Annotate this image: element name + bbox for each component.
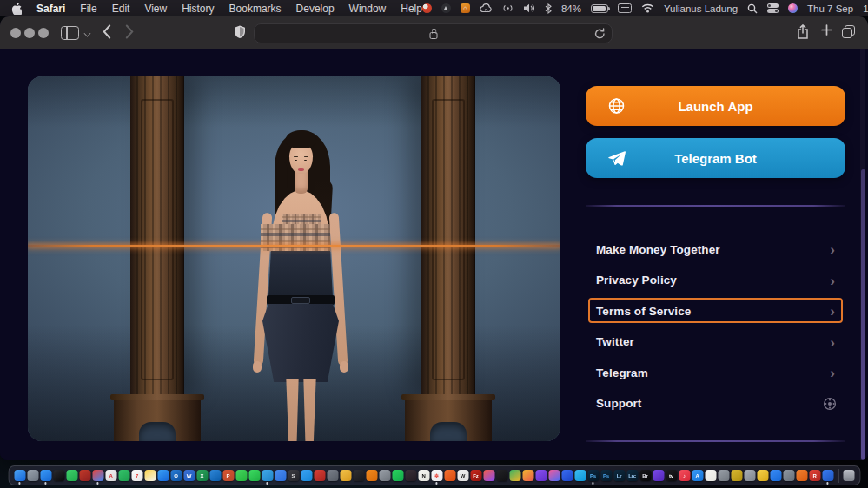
menubar-item-edit[interactable]: Edit [112,3,130,15]
dock-icon-compass-utility[interactable] [379,470,390,481]
dock-icon-system-settings[interactable] [718,470,729,481]
address-bar[interactable] [254,23,613,43]
dock-icon-acrobat[interactable]: A [105,470,116,481]
dock-icon-firefox[interactable] [79,470,90,481]
dock-icon-lamp-app[interactable] [757,470,768,481]
dock-icon-excel[interactable]: X [196,470,208,481]
launch-app-button[interactable]: Launch App [586,86,845,126]
dock-icon-keychain[interactable] [731,470,742,481]
new-tab-icon[interactable] [821,24,832,36]
dock-icon-safari[interactable] [40,470,51,481]
dock-icon-google-photos[interactable] [522,470,533,481]
dock-icon-notion[interactable]: N [418,470,429,481]
input-source-icon[interactable] [618,3,632,13]
dock-icon-blue-app[interactable] [561,470,573,481]
forward-button[interactable] [125,24,134,39]
apple-logo-icon[interactable] [11,3,22,15]
dock-icon-cleanmymac[interactable] [340,470,351,481]
dock-icon-gradient-ball[interactable] [483,470,494,481]
dock-icon-whatsapp[interactable] [248,470,260,481]
dock-icon-lightroom-classic[interactable]: Lrc [626,470,638,481]
user-name[interactable]: Yulianus Ladung [664,3,738,14]
dock-icon-after-effects[interactable] [314,470,325,481]
privacy-shield-icon[interactable] [234,25,246,40]
dock-icon-facetime[interactable] [66,470,77,481]
dock-icon-notes[interactable] [144,470,156,481]
dock-icon-shield-app[interactable] [783,470,794,481]
window-zoom-button[interactable] [38,28,49,38]
dock-icon-rstudio[interactable]: R [809,470,820,481]
menubar-item-file[interactable]: File [80,3,96,15]
scrollbar-thumb[interactable] [861,169,865,460]
window-minimize-button[interactable] [24,28,35,38]
dock-icon-app-store[interactable]: A [692,470,703,481]
bluetooth-icon[interactable] [545,3,552,14]
menu-item-privacy-policy[interactable]: Privacy Policy [586,266,845,295]
dock-icon-twitter[interactable] [301,470,312,481]
tab-overview-icon[interactable] [842,25,856,39]
menubar-item-help[interactable]: Help [401,3,422,15]
dock-icon-docker[interactable] [574,470,586,481]
menu-item-terms-of-service-highlighted[interactable]: Terms of Service [586,296,845,326]
dock-icon-blender[interactable] [796,470,807,481]
dock-icon-calendar[interactable]: 7 [131,470,142,481]
dock-icon-finder[interactable] [14,470,25,481]
dock-icon-filezilla[interactable]: Fz [470,470,481,481]
dock-icon-wikipedia[interactable]: W [457,470,468,481]
sidebar-toggle-icon[interactable] [61,26,79,40]
dock-icon-midi-keyboard[interactable] [353,470,364,481]
share-icon[interactable] [797,24,809,40]
dock-icon-word[interactable]: W [183,470,195,481]
home-app-icon[interactable] [461,3,470,13]
dock-icon-gradient-app[interactable] [548,470,560,481]
dock-icon-earth-app[interactable] [822,470,833,481]
chevron-down-icon[interactable] [84,30,91,37]
dock-icon-purple-logo[interactable] [653,470,664,481]
dock-icon-apple-tv[interactable]: tv [666,470,677,481]
dock-icon-black-app[interactable] [496,470,507,481]
control-center-icon[interactable] [767,3,779,13]
menubar-item-develop[interactable]: Develop [296,3,335,15]
dock-icon-grid-utility[interactable] [744,470,755,481]
back-button[interactable] [103,24,111,39]
dock-icon-evernote[interactable] [118,470,129,481]
window-close-button[interactable] [10,28,21,38]
record-badge-icon[interactable] [422,3,432,13]
dock-icon-powerpoint[interactable]: P [222,470,234,481]
hotspot-icon[interactable] [502,3,514,13]
menubar-item-view[interactable]: View [144,3,167,15]
dock-icon-music-dark[interactable] [405,470,416,481]
menu-item-telegram[interactable]: Telegram [586,358,845,387]
reload-icon[interactable] [594,28,606,40]
dock-icon-vlc[interactable] [366,470,377,481]
dock-icon-slack-dark[interactable]: S [288,470,299,481]
menubar-item-window[interactable]: Window [349,3,387,15]
menu-bar-date[interactable]: Thu 7 Sep [807,3,853,14]
menu-item-make-money-together[interactable]: Make Money Together [586,234,845,264]
dock-icon-bridge[interactable]: Br [639,470,651,481]
menu-item-support[interactable]: Support [586,389,845,419]
menu-item-twitter[interactable]: Twitter [586,327,845,357]
search-icon[interactable] [747,3,758,14]
dock-icon-mail[interactable] [157,470,169,481]
volume-icon[interactable] [523,3,535,13]
dock-icon-outlook[interactable]: O [170,470,182,481]
dock-icon-tiktok[interactable] [53,470,64,481]
dock-icon-google-drive[interactable] [509,470,520,481]
dock-icon-trash[interactable] [843,470,854,481]
adguard-icon[interactable] [441,3,451,13]
dock-icon-flow-app[interactable] [275,470,286,481]
dock-icon-fire-app[interactable] [444,470,455,481]
battery-icon[interactable] [591,4,608,13]
siri-icon[interactable] [788,3,798,13]
dock-icon-bluetooth-exchange[interactable] [770,470,781,481]
dock-icon-chrome[interactable] [92,470,103,481]
menubar-item-bookmarks[interactable]: Bookmarks [229,3,282,15]
telegram-bot-button[interactable]: Telegram Bot [586,138,845,178]
dock-icon-spotify[interactable] [392,470,403,481]
dock-icon-lightroom[interactable]: Lr [613,470,625,481]
menu-bar-time[interactable]: 16.16.32 [863,3,868,14]
dock-icon-photoshop-beta[interactable]: Ps [600,470,612,481]
dock-icon-textedit[interactable] [705,470,716,481]
dock-icon-apple-music[interactable]: ♪ [679,470,690,481]
